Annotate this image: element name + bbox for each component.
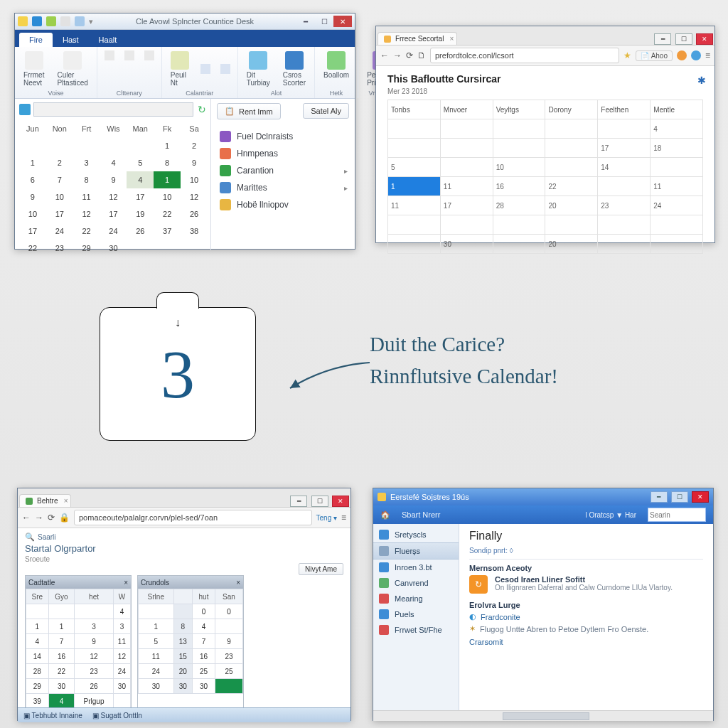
calendar-day[interactable] xyxy=(154,240,181,257)
calendar-day[interactable]: 22 xyxy=(73,223,100,240)
calendar-cell[interactable]: 20 xyxy=(545,196,598,215)
calendar-day[interactable] xyxy=(181,240,208,257)
calendar-day[interactable]: 0 xyxy=(193,604,215,619)
calendar-cell[interactable]: 11 xyxy=(651,177,703,196)
calendar-day[interactable]: 1 xyxy=(26,619,49,634)
calendar-cell[interactable]: 10 xyxy=(493,158,545,177)
side-link[interactable]: Fuel Dclnraists xyxy=(218,128,349,145)
calendar-cell[interactable] xyxy=(493,119,545,139)
qat-icon[interactable] xyxy=(32,16,42,26)
calendar-day[interactable]: 11 xyxy=(139,649,174,664)
extension-chip[interactable]: 📄 Ahoo xyxy=(636,50,673,61)
calendar-cell[interactable]: 20 xyxy=(545,235,598,254)
toolbar-label[interactable]: Sbart Nrerr xyxy=(402,510,440,519)
side-button-left[interactable]: 📋 Rent Imm xyxy=(217,103,281,119)
calendar-day[interactable] xyxy=(46,137,73,154)
browser-tab[interactable]: Frrece Secortal × xyxy=(378,32,457,45)
calendar-cell[interactable]: 11 xyxy=(440,177,493,196)
calendar-cell[interactable] xyxy=(388,139,441,158)
calendar-day[interactable]: 29 xyxy=(26,679,49,694)
calendar-day[interactable]: 39 xyxy=(26,694,49,708)
calendar-day[interactable]: 22 xyxy=(19,240,46,257)
calendar-day[interactable]: 29 xyxy=(73,240,100,257)
close-button[interactable]: ✕ xyxy=(696,33,713,45)
ribbon-tab[interactable]: Hast xyxy=(53,33,89,47)
status-item[interactable]: ▣ Sugatt Onttln xyxy=(92,712,142,719)
sidebar-item[interactable]: Frrwet St/Fhe xyxy=(373,622,459,638)
side-link[interactable]: Carantion▸ xyxy=(218,162,349,179)
calendar-day[interactable]: 8 xyxy=(173,619,193,634)
calendar-day[interactable]: 3 xyxy=(75,619,114,634)
calendar-day[interactable]: 15 xyxy=(173,649,193,664)
calendar-day[interactable]: 1 xyxy=(154,137,181,154)
browser-tab[interactable]: Behtre × xyxy=(19,494,71,507)
menu-icon[interactable]: ≡ xyxy=(705,50,710,60)
calendar-day[interactable]: 1 xyxy=(154,171,181,188)
calendar-cell[interactable] xyxy=(545,158,598,177)
ribbon-small-button[interactable] xyxy=(198,50,213,88)
sidebar-item[interactable]: Sretyscls xyxy=(373,527,459,542)
calendar-cell[interactable]: 30 xyxy=(440,235,493,254)
calendar-day[interactable] xyxy=(215,619,242,634)
close-button[interactable]: ✕ xyxy=(692,491,709,503)
calendar-day[interactable]: 12 xyxy=(181,188,208,205)
calendar-day[interactable]: 30 xyxy=(139,679,174,694)
calendar-cell[interactable] xyxy=(598,215,651,235)
calendar-day[interactable]: 1 xyxy=(139,619,174,634)
search-icon[interactable]: ↻ xyxy=(196,104,208,115)
minimize-button[interactable]: ━ xyxy=(654,33,671,45)
calendar-day[interactable]: 17 xyxy=(19,223,46,240)
panel-close-icon[interactable]: × xyxy=(236,579,240,587)
ribbon-small-button[interactable] xyxy=(218,50,233,88)
calendar-cell[interactable] xyxy=(598,177,651,196)
sidebar-item[interactable]: Inroen 3.bt xyxy=(373,560,459,575)
calendar-day[interactable]: 30 xyxy=(173,679,193,694)
calendar-cell[interactable]: 22 xyxy=(545,177,598,196)
forward-button[interactable]: → xyxy=(35,513,43,523)
calendar-cell[interactable] xyxy=(545,119,598,139)
calendar-cell[interactable] xyxy=(651,215,703,235)
calendar-day[interactable] xyxy=(127,240,154,257)
calendar-cell[interactable] xyxy=(440,215,493,235)
calendar-cell[interactable]: 18 xyxy=(651,139,703,158)
calendar-day[interactable]: 4 xyxy=(127,171,154,188)
reload-button[interactable]: ⟳ xyxy=(48,513,55,523)
calendar-day[interactable]: 4 xyxy=(100,154,127,171)
calendar-cell[interactable] xyxy=(545,139,598,158)
calendar-day[interactable]: 1 xyxy=(48,619,75,634)
calendar-day[interactable]: 4 xyxy=(26,634,49,649)
ext-icon[interactable] xyxy=(691,50,701,60)
menu-icon[interactable]: ≡ xyxy=(341,513,346,523)
calendar-cell[interactable]: 11 xyxy=(388,196,441,215)
calendar-day[interactable]: 24 xyxy=(46,223,73,240)
calendar-day[interactable]: 30 xyxy=(48,679,75,694)
bookmark-icon[interactable]: ★ xyxy=(623,50,631,60)
sidebar-item[interactable]: Fluerşs xyxy=(373,542,459,560)
search-label[interactable]: Saarli xyxy=(38,533,56,541)
calendar-day[interactable]: 2 xyxy=(46,154,73,171)
calendar-day[interactable]: 9 xyxy=(181,154,208,171)
status-item[interactable]: ▣ Tebhubt Innaine xyxy=(23,712,82,719)
calendar-day[interactable]: 26 xyxy=(75,679,114,694)
calendar-day[interactable]: 37 xyxy=(154,223,181,240)
ribbon-button[interactable]: Dit Turbiay xyxy=(242,50,274,88)
sidebar-item[interactable]: Canvrend xyxy=(373,575,459,591)
calendar-day[interactable]: 20 xyxy=(173,664,193,679)
toolbar-right[interactable]: l Oratcsp ▼ Har xyxy=(585,511,636,519)
ribbon-small-button[interactable] xyxy=(141,50,157,61)
horizontal-scrollbar[interactable] xyxy=(373,710,713,721)
calendar-day[interactable]: 0 xyxy=(215,604,242,619)
side-link[interactable]: Marittes▸ xyxy=(218,179,349,196)
calendar-day[interactable]: 24 xyxy=(139,664,174,679)
ribbon-tab[interactable]: Fire xyxy=(19,33,53,47)
calendar-day[interactable]: 11 xyxy=(73,188,100,205)
calendar-day[interactable]: 26 xyxy=(127,223,154,240)
calendar-cell[interactable] xyxy=(493,139,545,158)
calendar-day[interactable]: 24 xyxy=(100,223,127,240)
calendar-cell[interactable] xyxy=(440,158,493,177)
calendar-day[interactable]: 9 xyxy=(100,171,127,188)
calendar-cell[interactable]: 17 xyxy=(598,139,651,158)
maximize-button[interactable]: ☐ xyxy=(671,491,688,503)
calendar-day[interactable]: 4 xyxy=(193,619,215,634)
calendar-cell[interactable]: 23 xyxy=(598,196,651,215)
